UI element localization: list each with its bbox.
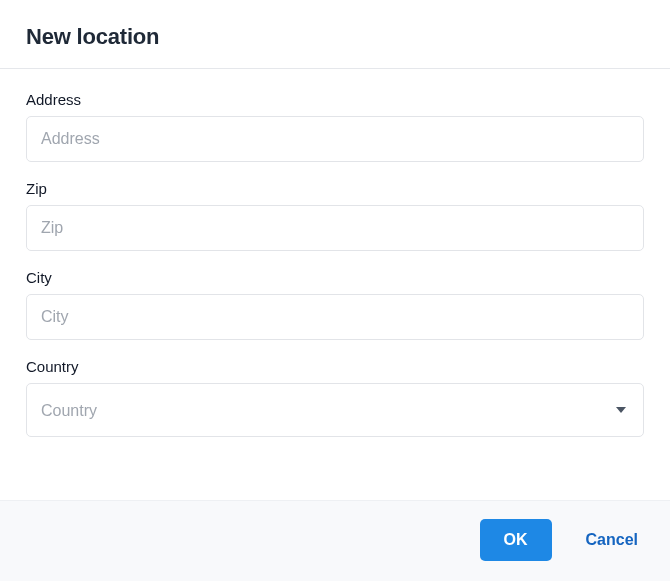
form-group-city: City	[26, 269, 644, 340]
dialog-footer: OK Cancel	[0, 500, 670, 581]
dialog-body: Address Zip City Country Country	[0, 69, 670, 500]
zip-input[interactable]	[26, 205, 644, 251]
country-select-wrap: Country	[26, 383, 644, 437]
country-label: Country	[26, 358, 644, 375]
city-input[interactable]	[26, 294, 644, 340]
form-group-address: Address	[26, 91, 644, 162]
form-group-zip: Zip	[26, 180, 644, 251]
cancel-button[interactable]: Cancel	[580, 521, 644, 559]
address-label: Address	[26, 91, 644, 108]
dialog-header: New location	[0, 0, 670, 69]
ok-button[interactable]: OK	[480, 519, 552, 561]
zip-label: Zip	[26, 180, 644, 197]
country-select[interactable]: Country	[26, 383, 644, 437]
address-input[interactable]	[26, 116, 644, 162]
form-group-country: Country Country	[26, 358, 644, 437]
city-label: City	[26, 269, 644, 286]
dialog-title: New location	[26, 24, 644, 50]
